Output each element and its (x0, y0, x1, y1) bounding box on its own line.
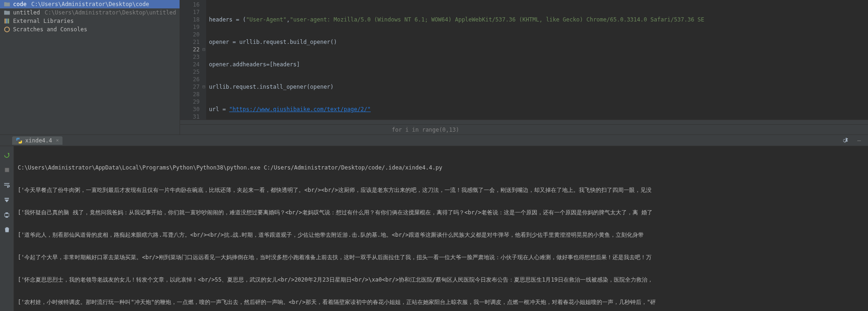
library-icon (4, 18, 10, 24)
scroll-to-end-icon[interactable] (3, 196, 11, 204)
tree-item-scratches[interactable]: Scratches and Consoles (0, 25, 180, 34)
close-icon[interactable]: × (56, 137, 59, 143)
tree-item-external-libraries[interactable]: External Libraries (0, 17, 180, 25)
run-toolbar (0, 146, 14, 311)
console-line: ['今天早餐点了份牛肉粥，一直吃到最后才发现有且仅有一片牛肉卧在碗底，比纸还薄，… (18, 186, 864, 194)
folder-icon (4, 1, 10, 7)
scratch-icon (4, 26, 10, 33)
editor-h-scrollbar[interactable] (180, 120, 868, 124)
console-line: ['农村娃，小时候特调皮。那时流行玩一种叫"冲天炮"的鞭炮，一点燃，嗖的一声飞出… (18, 298, 864, 306)
print-icon[interactable] (3, 211, 11, 219)
console-output[interactable]: C:\Users\Administrator\AppData\Local\Pro… (14, 146, 868, 311)
trash-icon[interactable] (3, 226, 11, 234)
tree-item-code[interactable]: code C:\Users\Administrator\Desktop\code (0, 0, 180, 8)
console-line: ['怀念夏思思烈士，我的老领导老战友的女儿！转发个文章，以此哀悼！<br/>55… (18, 276, 864, 283)
console-line: ['我怀疑自己真的脑 残了，竟然问我爸妈：从我记事开始，你们就一直吵吵闹闹的，难… (18, 209, 864, 216)
run-tool-window: xinde4.4 × — (0, 135, 868, 311)
gutter[interactable]: 16 17 18 19 20 21 22⊟ 23 24 25 26 27⊟ 28… (180, 0, 206, 120)
rerun-icon[interactable] (3, 151, 11, 159)
run-tab-bar: xinde4.4 × — (0, 135, 868, 146)
svg-rect-5 (5, 213, 9, 216)
project-tree: code C:\Users\Administrator\Desktop\code… (0, 0, 180, 134)
folder-icon (4, 9, 10, 16)
run-tab-label: xinde4.4 (25, 137, 52, 144)
svg-rect-4 (5, 168, 9, 172)
run-tab[interactable]: xinde4.4 × (12, 136, 62, 145)
breadcrumb[interactable]: for i in range(0,13) (180, 124, 868, 134)
svg-point-3 (5, 27, 10, 32)
svg-rect-6 (6, 212, 8, 213)
svg-rect-1 (6, 19, 7, 24)
code-content[interactable]: headers = ("User-Agent","user-agent: Moz… (206, 0, 868, 120)
minimize-icon[interactable]: — (855, 136, 863, 145)
python-icon (16, 137, 22, 144)
svg-rect-2 (8, 19, 9, 24)
editor: 16 17 18 19 20 21 22⊟ 23 24 25 26 27⊟ 28… (180, 0, 868, 134)
console-line: ['今起了个大早，非常时期戴好口罩去菜场买菜。<br/>刚到菜场门口远远看见一大… (18, 254, 864, 261)
soft-wrap-icon[interactable] (3, 181, 11, 189)
svg-rect-0 (5, 19, 6, 24)
console-cmd: C:\Users\Administrator\AppData\Local\Pro… (18, 164, 864, 171)
gear-icon[interactable] (840, 136, 848, 145)
svg-rect-7 (6, 216, 8, 218)
console-line: ['道爷此人，别看那仙风道骨的皮相，路痴起来眼瞎六路.耳聋八方。<br/><br… (18, 231, 864, 239)
stop-icon[interactable] (3, 166, 11, 174)
tree-item-untitled[interactable]: untitled C:\Users\Administrator\Desktop\… (0, 8, 180, 17)
